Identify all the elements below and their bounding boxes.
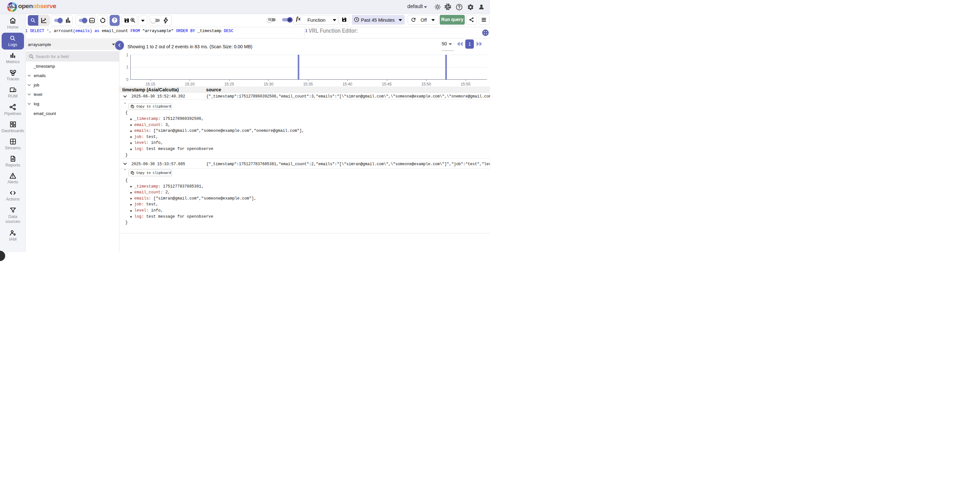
svg-text:SQL: SQL	[90, 19, 94, 22]
